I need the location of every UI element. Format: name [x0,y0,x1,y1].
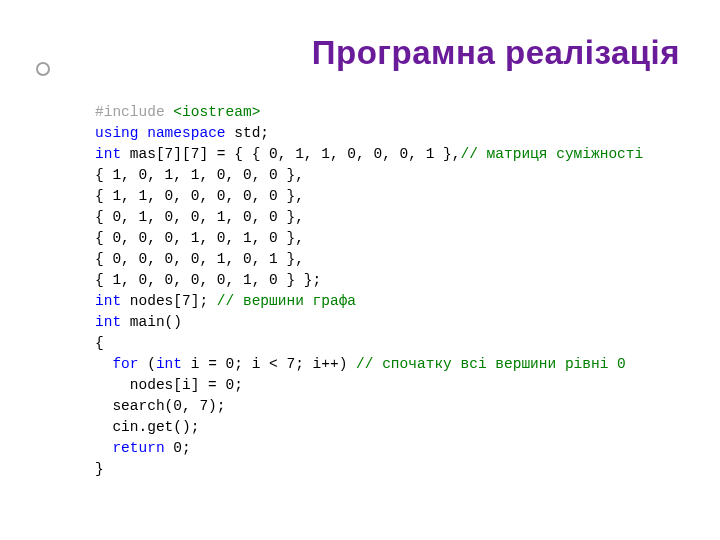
kw-return: return [112,440,164,456]
matrix-row: { 0, 1, 0, 0, 1, 0, 0 }, [95,209,304,225]
matrix-row: { 1, 0, 0, 0, 0, 1, 0 } }; [95,272,321,288]
kw-int: int [156,356,182,372]
preproc: #include [95,104,173,120]
include-target: <iostream> [173,104,260,120]
kw-for: for [112,356,138,372]
kw-using: using [95,125,139,141]
slide: Програмна реалізація #include <iostream>… [0,0,720,540]
comment-init: // спочатку всі вершини рівні 0 [356,356,626,372]
kw-namespace: namespace [147,125,225,141]
kw-int: int [95,314,121,330]
kw-int: int [95,293,121,309]
slide-title: Програмна реалізація [312,34,680,72]
matrix-row: { 0, 0, 0, 1, 0, 1, 0 }, [95,230,304,246]
kw-int: int [95,146,121,162]
matrix-row: { 0, 0, 0, 0, 1, 0, 1 }, [95,251,304,267]
comment-adj-matrix: // матриця суміжності [460,146,643,162]
matrix-row: { 1, 0, 1, 1, 0, 0, 0 }, [95,167,304,183]
matrix-row: { 1, 1, 0, 0, 0, 0, 0 }, [95,188,304,204]
code-block: #include <iostream> using namespace std;… [95,102,643,480]
bullet-icon [36,62,50,76]
comment-nodes: // вершини графа [217,293,356,309]
